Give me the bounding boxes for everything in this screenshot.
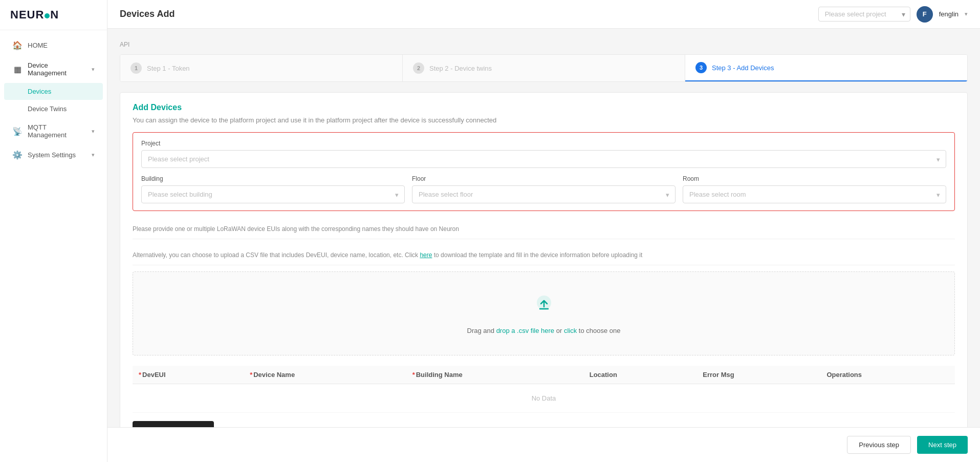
steps-container: 1 Step 1 - Token 2 Step 2 - Device twins… xyxy=(120,54,968,82)
avatar-initials: F xyxy=(923,10,927,18)
csv-template-link[interactable]: here xyxy=(420,251,432,259)
device-management-icon: ▦ xyxy=(12,65,23,74)
room-field: Room Please select room xyxy=(683,175,946,203)
no-data-cell: No Data xyxy=(133,384,955,413)
table-row: No Data xyxy=(133,384,955,413)
step-1[interactable]: 1 Step 1 - Token xyxy=(120,55,403,81)
building-dropdown[interactable]: Please select building xyxy=(141,185,405,203)
col-building-name: *Building Name xyxy=(406,366,583,384)
floor-label: Floor xyxy=(412,175,676,182)
col-deveui: *DevEUI xyxy=(133,366,244,384)
sidebar-sub-label: Devices xyxy=(28,88,51,95)
sidebar-item-label: System Settings xyxy=(28,151,86,159)
page-title: Devices Add xyxy=(120,9,175,19)
required-fields-section: Project Please select project Building P… xyxy=(133,132,955,211)
section-title: Add Devices xyxy=(133,103,955,112)
col-operations: Operations xyxy=(820,366,955,384)
sidebar-item-label: MQTT Management xyxy=(28,123,86,139)
avatar: F xyxy=(917,6,933,23)
upload-icon xyxy=(143,292,944,322)
top-header: Devices Add Please select project F feng… xyxy=(107,0,980,29)
info-text-1: Please provide one or multiple LoRaWAN d… xyxy=(133,219,955,239)
building-field: Building Please select building xyxy=(141,175,405,203)
header-right: Please select project F fenglin ▾ xyxy=(818,6,968,23)
step-2-label: Step 2 - Device twins xyxy=(429,65,492,72)
col-location: Location xyxy=(583,366,697,384)
upload-text: Drag and drop a .csv file here or click … xyxy=(143,327,944,334)
user-chevron-icon[interactable]: ▾ xyxy=(965,11,968,17)
mqtt-icon: 📡 xyxy=(12,127,23,136)
add-device-button[interactable]: + Add another device xyxy=(133,421,214,427)
logo: NEURN xyxy=(0,0,107,30)
chevron-right-icon: ▾ xyxy=(92,128,95,135)
drop-link[interactable]: drop a .csv file here xyxy=(496,327,554,334)
section-desc: You can assign the device to the platfor… xyxy=(133,116,955,124)
next-step-button[interactable]: Next step xyxy=(917,436,968,454)
chevron-right-icon: ▾ xyxy=(92,152,95,158)
step-2[interactable]: 2 Step 2 - Device twins xyxy=(403,55,685,81)
sidebar-item-devices[interactable]: Devices xyxy=(4,83,103,100)
building-select-wrapper[interactable]: Please select building xyxy=(141,185,405,203)
sidebar-item-mqtt-management[interactable]: 📡 MQTT Management ▾ xyxy=(4,118,103,144)
devices-table: *DevEUI *Device Name *Building Name Loca… xyxy=(133,366,955,413)
sidebar-item-label: Device Management xyxy=(28,61,86,77)
previous-step-button[interactable]: Previous step xyxy=(847,436,911,454)
logo-text: NEURN xyxy=(10,8,59,22)
sidebar-item-device-twins[interactable]: Device Twins xyxy=(4,100,103,117)
sidebar: NEURN 🏠 HOME ▦ Device Management ▾ Devic… xyxy=(0,0,107,462)
building-label: Building xyxy=(141,175,405,182)
step-1-number: 1 xyxy=(130,62,142,74)
info-text-2: Alternatively, you can choose to upload … xyxy=(133,245,955,265)
sidebar-nav: 🏠 HOME ▦ Device Management ▾ Devices Dev… xyxy=(0,30,107,462)
step-3-label: Step 3 - Add Devices xyxy=(712,64,774,72)
floor-select-wrapper[interactable]: Please select floor xyxy=(412,185,676,203)
content-area: API 1 Step 1 - Token 2 Step 2 - Device t… xyxy=(107,29,980,427)
project-dropdown[interactable]: Please select project xyxy=(141,150,946,168)
step-3-number: 3 xyxy=(695,62,707,73)
location-fields: Building Please select building Floor Pl… xyxy=(141,175,946,203)
click-link[interactable]: click xyxy=(564,327,577,334)
chevron-down-icon: ▾ xyxy=(92,66,95,73)
sidebar-item-home[interactable]: 🏠 HOME xyxy=(4,35,103,55)
project-select[interactable]: Please select project xyxy=(818,7,910,22)
room-dropdown[interactable]: Please select room xyxy=(683,185,946,203)
room-select-wrapper[interactable]: Please select room xyxy=(683,185,946,203)
project-select-wrapper[interactable]: Please select project xyxy=(818,7,910,22)
footer-actions: Previous step Next step xyxy=(107,427,980,462)
floor-dropdown[interactable]: Please select floor xyxy=(412,185,676,203)
sidebar-item-system-settings[interactable]: ⚙️ System Settings ▾ xyxy=(4,145,103,165)
floor-field: Floor Please select floor xyxy=(412,175,676,203)
breadcrumb: API xyxy=(120,41,968,48)
sidebar-item-label: HOME xyxy=(28,41,95,49)
user-name: fenglin xyxy=(939,10,959,18)
settings-icon: ⚙️ xyxy=(12,150,23,160)
form-card: Add Devices You can assign the device to… xyxy=(120,92,968,427)
step-1-label: Step 1 - Token xyxy=(147,65,190,72)
step-3[interactable]: 3 Step 3 - Add Devices xyxy=(685,55,967,81)
room-label: Room xyxy=(683,175,946,182)
main-content: Devices Add Please select project F feng… xyxy=(107,0,980,462)
home-icon: 🏠 xyxy=(12,40,23,50)
col-error-msg: Error Msg xyxy=(696,366,820,384)
sidebar-sub-label: Device Twins xyxy=(28,105,67,113)
step-2-number: 2 xyxy=(413,62,424,74)
table-header-row: *DevEUI *Device Name *Building Name Loca… xyxy=(133,366,955,384)
upload-area[interactable]: Drag and drop a .csv file here or click … xyxy=(133,271,955,355)
col-device-name: *Device Name xyxy=(244,366,406,384)
sidebar-item-device-management[interactable]: ▦ Device Management ▾ xyxy=(4,56,103,82)
project-select-wrapper[interactable]: Please select project xyxy=(141,150,946,168)
project-label: Project xyxy=(141,140,946,147)
